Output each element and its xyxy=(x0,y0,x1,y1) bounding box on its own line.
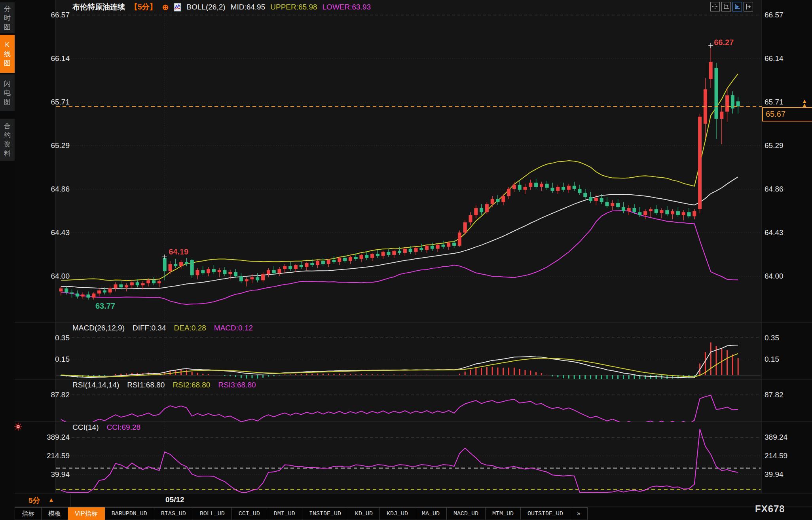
sidebar-item-1[interactable]: 分 时 图 xyxy=(0,2,15,33)
y-axis-label: 65.29 xyxy=(765,141,784,150)
rsi1-value: RSI1:68.80 xyxy=(127,381,165,389)
chart-type-icon[interactable] xyxy=(174,3,181,12)
y-axis-label: 389.24 xyxy=(765,433,787,442)
tab-BARUPDN_UD[interactable]: BARUPDN_UD xyxy=(105,507,154,520)
y-axis-label: 64.43 xyxy=(765,228,784,237)
tab-MTM_UD[interactable]: MTM_UD xyxy=(486,507,521,520)
boll-indicator-label: BOLL(26,2) xyxy=(186,3,225,11)
y-axis-label: 0.35 xyxy=(765,334,779,342)
sidebar-item-3[interactable]: 闪 电 图 xyxy=(0,74,15,111)
macd-diff-value: DIFF:0.34 xyxy=(133,324,166,332)
session-low-marker: 63.77 xyxy=(95,302,115,311)
tab-KD_UD[interactable]: KD_UD xyxy=(348,507,380,520)
y-axis-label: 65.71 xyxy=(765,98,784,106)
sidebar-item-2[interactable]: K 线 图 xyxy=(0,35,15,73)
cci-title: CCI(14) xyxy=(72,423,99,432)
y-axis-label: 39.94 xyxy=(765,470,784,479)
rsi-label-row: RSI(14,14,14) RSI1:68.80 RSI2:68.80 RSI3… xyxy=(72,380,256,390)
chart-application: 分 时 图K 线 图闪 电 图合 约 资 料 布伦特原油连续 【5分】 ⊕ BO… xyxy=(0,0,812,520)
chart-toolbar xyxy=(710,2,753,11)
tab-BIAS_UD[interactable]: BIAS_UD xyxy=(154,507,193,520)
y-axis-label: 87.82 xyxy=(765,391,784,399)
candlestick-chart-canvas[interactable] xyxy=(0,0,812,520)
tab-BOLL_UD[interactable]: BOLL_UD xyxy=(193,507,232,520)
boll-mid-value: MID:64.95 xyxy=(231,3,266,11)
instrument-name: 布伦特原油连续 xyxy=(72,2,125,12)
alert-blink-icon[interactable] xyxy=(13,422,23,433)
tab-指标[interactable]: 指标 xyxy=(15,507,42,520)
macd-panel xyxy=(56,342,761,384)
axis-scale-icon[interactable] xyxy=(721,2,731,11)
y-axis-label: 0.15 xyxy=(765,355,779,364)
period-label[interactable]: 【5分】 xyxy=(130,2,157,12)
tab-VIP指标[interactable]: VIP指标 xyxy=(68,507,105,520)
tab-DMI_UD[interactable]: DMI_UD xyxy=(267,507,302,520)
boll-lower-value: LOWER:63.93 xyxy=(323,3,371,11)
chart-title-row: 布伦特原油连续 【5分】 ⊕ BOLL(26,2) MID:64.95 UPPE… xyxy=(72,2,371,13)
rsi2-value: RSI2:68.80 xyxy=(173,381,210,389)
cci-value: CCI:69.28 xyxy=(107,423,141,432)
tab-MACD_UD[interactable]: MACD_UD xyxy=(447,507,486,520)
gridlines xyxy=(56,15,761,490)
macd-label-row: MACD(26,12,9) DIFF:0.34 DEA:0.28 MACD:0.… xyxy=(72,323,253,333)
rsi-title: RSI(14,14,14) xyxy=(72,381,119,389)
tab-MA_UD[interactable]: MA_UD xyxy=(415,507,447,520)
bollinger-bands xyxy=(61,74,738,304)
x-axis-date-label: 05/12 xyxy=(165,495,184,504)
tab-»[interactable]: » xyxy=(570,507,588,520)
tab-KDJ_UD[interactable]: KDJ_UD xyxy=(380,507,415,520)
y-axis-label: 64.00 xyxy=(765,272,784,281)
indicator-tab-bar: 指标模板VIP指标BARUPDN_UDBIAS_UDBOLL_UDCCI_UDD… xyxy=(15,507,812,520)
tab-CCI_UD[interactable]: CCI_UD xyxy=(232,507,267,520)
y-axis-label: 66.14 xyxy=(765,54,784,63)
y-axis-label: 214.59 xyxy=(765,452,787,460)
fx678-watermark: FX678 xyxy=(755,503,785,514)
tab-INSIDE_UD[interactable]: INSIDE_UD xyxy=(302,507,348,520)
boll-upper-value: UPPER:65.98 xyxy=(270,3,317,11)
compare-add-icon[interactable]: ⊕ xyxy=(162,2,169,12)
y-axis-label: 66.57 xyxy=(765,11,784,19)
macd-macd-value: MACD:0.12 xyxy=(214,324,253,332)
cci-panel xyxy=(61,429,738,492)
sidebar-item-4[interactable]: 合 约 资 料 xyxy=(0,119,15,161)
rsi3-value: RSI3:68.80 xyxy=(218,381,256,389)
tab-OUTSIDE_UD[interactable]: OUTSIDE_UD xyxy=(521,507,570,520)
price-up-arrow-icon: ▲▲ xyxy=(802,99,807,107)
axis-shift-icon[interactable] xyxy=(744,2,753,11)
macd-dea-value: DEA:0.28 xyxy=(174,324,206,332)
cci-label-row: CCI(14) CCI:69.28 xyxy=(72,423,140,432)
current-price-tag: 65.67 xyxy=(762,107,812,121)
high-price-marker: 66.27 xyxy=(714,38,734,47)
footer-period-selector[interactable]: 5分 xyxy=(28,495,40,506)
move-crosshair-icon[interactable] xyxy=(710,2,720,11)
session-high-marker: 64.19 xyxy=(169,247,188,256)
axis-play-icon[interactable] xyxy=(732,2,742,11)
tab-模板[interactable]: 模板 xyxy=(42,507,68,520)
left-sidebar: 分 时 图K 线 图闪 电 图合 约 资 料 xyxy=(0,0,15,520)
rsi-panel xyxy=(61,395,738,425)
macd-title: MACD(26,12,9) xyxy=(72,324,125,332)
y-axis-label: 64.86 xyxy=(765,185,784,194)
footer-period-triangle-icon[interactable]: ▲ xyxy=(48,496,54,503)
